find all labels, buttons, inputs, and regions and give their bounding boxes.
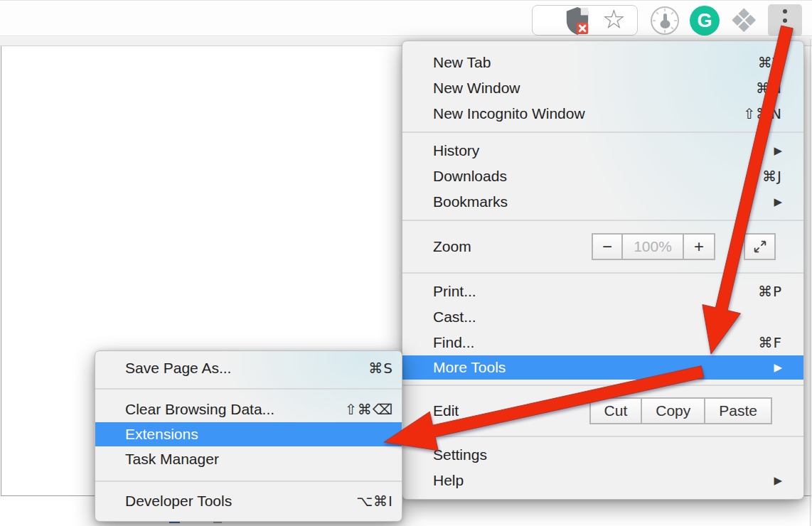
fullscreen-button[interactable]: [744, 233, 776, 260]
grammarly-icon[interactable]: G: [690, 6, 720, 36]
shortcut-label: ⌘S: [368, 360, 393, 377]
menu-edit-row: Edit Cut Copy Paste: [402, 391, 803, 431]
menu-item-label: Clear Browsing Data...: [125, 401, 274, 418]
menu-separator: [402, 436, 803, 437]
bookmark-star-icon[interactable]: ☆: [602, 6, 626, 33]
shortcut-label: ⌘P: [758, 283, 782, 300]
address-bar[interactable]: ☆: [532, 5, 638, 36]
menu-zoom-row: Zoom − 100% +: [402, 226, 803, 267]
menu-item-label: Help: [433, 472, 464, 489]
browser-toolbar: ☆ G ❖: [0, 1, 812, 36]
menu-item-label: Developer Tools: [125, 493, 232, 510]
menu-item-label: Task Manager: [125, 451, 219, 468]
copy-button[interactable]: Copy: [642, 397, 705, 424]
browser-menu-button[interactable]: [768, 4, 802, 36]
menu-item-label: New Incognito Window: [433, 105, 585, 122]
shortcut-label: ⌥⌘I: [356, 493, 393, 510]
submenu-arrow-icon: ▶: [774, 474, 782, 487]
paste-button[interactable]: Paste: [705, 397, 772, 424]
zoom-out-button[interactable]: −: [592, 233, 623, 260]
zoom-in-button[interactable]: +: [684, 233, 715, 260]
menu-item-label: Print...: [433, 283, 476, 300]
menu-item-label: New Window: [433, 80, 520, 97]
chrome-menu: New Tab ⌘T New Window ⌘N New Incognito W…: [402, 41, 804, 500]
menu-item-label: Downloads: [433, 168, 507, 185]
menu-separator: [402, 220, 803, 221]
edit-buttons-group: Cut Copy Paste: [589, 397, 772, 424]
fullscreen-expand-icon: [752, 239, 768, 254]
edit-label: Edit: [433, 402, 459, 419]
menu-item-new-window[interactable]: New Window ⌘N: [402, 75, 803, 101]
menu-dot: [783, 28, 787, 32]
menu-separator: [402, 132, 803, 133]
window-right-edge: [810, 39, 811, 526]
shortcut-label: ⌘N: [756, 80, 782, 97]
menu-item-find[interactable]: Find... ⌘F: [402, 330, 803, 355]
menu-item-developer-tools[interactable]: Developer Tools ⌥⌘I: [95, 488, 402, 514]
menu-item-downloads[interactable]: Downloads ⇧⌘J: [402, 163, 803, 189]
menu-item-label: Bookmarks: [433, 193, 508, 210]
shortcut-label: ⌘T: [758, 54, 782, 71]
menu-item-label: Extensions: [125, 426, 198, 443]
content-blocked-shield-icon[interactable]: [564, 6, 591, 36]
menu-item-bookmarks[interactable]: Bookmarks ▶: [402, 189, 803, 215]
menu-item-label: Save Page As...: [125, 360, 231, 377]
more-tools-submenu: Save Page As... ⌘S Clear Browsing Data..…: [95, 350, 402, 522]
shortcut-label: ⇧⌘⌫: [345, 401, 393, 418]
cut-button[interactable]: Cut: [589, 397, 643, 424]
menu-item-clear-browsing-data[interactable]: Clear Browsing Data... ⇧⌘⌫: [95, 397, 402, 422]
shortcut-label: ⇧⌘J: [749, 168, 782, 185]
submenu-arrow-icon: ▶: [774, 195, 782, 208]
menu-item-label: Settings: [433, 446, 487, 463]
menu-separator: [402, 385, 803, 386]
shortcut-label: ⌘F: [758, 334, 782, 351]
menu-item-new-incognito-window[interactable]: New Incognito Window ⇧⌘N: [402, 101, 803, 127]
menu-separator: [402, 272, 803, 274]
menu-item-label: History: [433, 142, 479, 159]
menu-item-more-tools[interactable]: More Tools ▶: [402, 355, 803, 380]
menu-item-save-page-as[interactable]: Save Page As... ⌘S: [95, 355, 402, 381]
menu-item-label: Cast...: [433, 308, 476, 326]
hand-extension-icon[interactable]: [650, 6, 680, 36]
zoom-control-group: − 100% +: [592, 233, 715, 260]
menu-item-print[interactable]: Print... ⌘P: [402, 279, 803, 304]
menu-separator: [95, 481, 402, 482]
menu-dot: [783, 18, 787, 23]
menu-item-history[interactable]: History ▶: [402, 138, 803, 163]
menu-item-settings[interactable]: Settings: [402, 442, 803, 468]
menu-item-extensions[interactable]: Extensions: [95, 422, 402, 446]
menu-item-task-manager[interactable]: Task Manager: [95, 446, 402, 472]
browser-window: ☆ G ❖ New Tab: [0, 0, 812, 526]
submenu-arrow-icon: ▶: [774, 144, 782, 157]
grammarly-letter: G: [697, 10, 712, 32]
shortcut-label: ⇧⌘N: [743, 105, 782, 122]
zoom-label: Zoom: [433, 238, 471, 255]
menu-item-label: More Tools: [433, 359, 506, 376]
dropbox-icon[interactable]: ❖: [727, 2, 761, 39]
submenu-arrow-icon: ▶: [774, 361, 782, 374]
menu-item-cast[interactable]: Cast...: [402, 304, 803, 330]
menu-separator: [95, 388, 402, 390]
menu-item-help[interactable]: Help ▶: [402, 468, 803, 493]
menu-item-new-tab[interactable]: New Tab ⌘T: [402, 50, 803, 75]
menu-item-label: New Tab: [433, 54, 491, 71]
menu-dot: [783, 9, 787, 14]
zoom-level-value: 100%: [623, 233, 684, 260]
menu-item-label: Find...: [433, 334, 474, 351]
